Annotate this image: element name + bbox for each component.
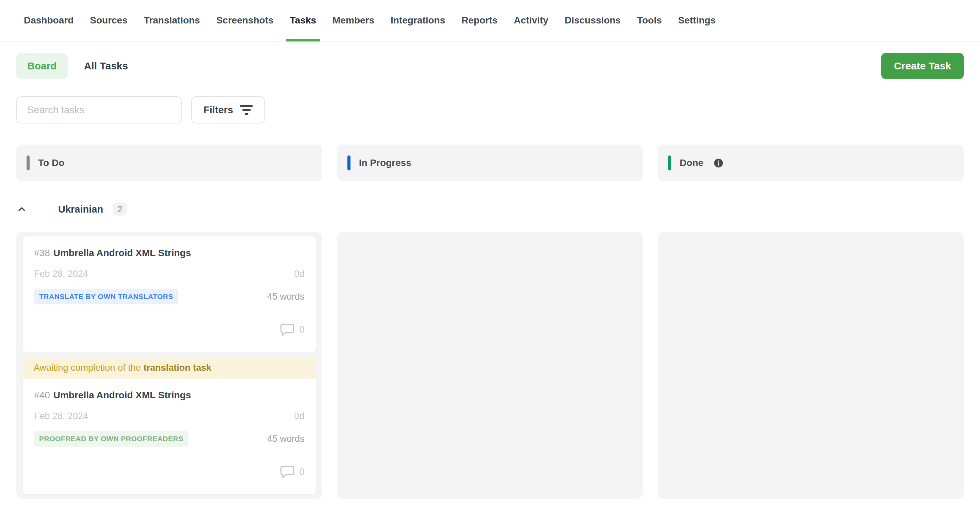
- task-id: #40: [34, 390, 50, 400]
- awaiting-completion-banner: Awaiting completion of the translation t…: [22, 357, 316, 379]
- section-divider: [16, 133, 964, 133]
- nav-item-integrations[interactable]: Integrations: [382, 0, 453, 41]
- nav-item-translations[interactable]: Translations: [136, 0, 208, 41]
- nav-item-tools[interactable]: Tools: [629, 0, 670, 41]
- column-label: In Progress: [359, 157, 411, 168]
- board-view-button[interactable]: Board: [16, 53, 68, 79]
- task-card-group: #38Umbrella Android XML Strings Feb 28, …: [22, 236, 316, 352]
- nav-item-activity[interactable]: Activity: [506, 0, 556, 41]
- search-input[interactable]: [16, 96, 182, 124]
- in-progress-status-bar-icon: [347, 156, 350, 170]
- task-word-count: 45 words: [267, 292, 305, 302]
- card-title-row: #38Umbrella Android XML Strings: [34, 246, 305, 260]
- nav-item-sources[interactable]: Sources: [82, 0, 136, 41]
- tasks-toolbar: Board All Tasks Create Task: [16, 53, 964, 79]
- card-title-row: #40Umbrella Android XML Strings: [34, 388, 305, 402]
- column-label: Done: [679, 157, 703, 168]
- card-badge-row: TRANSLATE BY OWN TRANSLATORS 45 words: [34, 289, 305, 305]
- comment-bubble-icon: [279, 465, 294, 479]
- column-header-in-progress: In Progress: [337, 144, 643, 181]
- card-meta-row: Feb 28, 2024 0d: [34, 267, 305, 281]
- nav-item-label: Tasks: [290, 15, 316, 26]
- comment-count: 0: [299, 324, 305, 335]
- task-type-badge: TRANSLATE BY OWN TRANSLATORS: [34, 289, 178, 305]
- nav-item-discussions[interactable]: Discussions: [556, 0, 629, 41]
- task-type-badge: PROOFREAD BY OWN PROOFREADERS: [34, 431, 189, 447]
- nav-item-label: Members: [332, 15, 374, 26]
- board-column-headers: To Do In Progress Done: [16, 144, 964, 181]
- column-header-done: Done: [658, 144, 964, 181]
- task-title: Umbrella Android XML Strings: [53, 248, 191, 258]
- nav-item-label: Tools: [637, 15, 662, 26]
- task-title: Umbrella Android XML Strings: [53, 390, 191, 400]
- nav-item-tasks[interactable]: Tasks: [282, 0, 324, 41]
- column-header-todo: To Do: [16, 144, 322, 181]
- todo-status-bar-icon: [27, 156, 30, 170]
- nav-item-screenshots[interactable]: Screenshots: [208, 0, 282, 41]
- nav-item-label: Discussions: [565, 15, 620, 26]
- comment-count: 0: [299, 467, 305, 477]
- filter-lines-icon: [240, 105, 253, 115]
- task-date: Feb 28, 2024: [34, 269, 88, 279]
- lane-in-progress: [337, 232, 643, 499]
- task-card-38[interactable]: #38Umbrella Android XML Strings Feb 28, …: [22, 236, 316, 352]
- info-icon[interactable]: [713, 158, 724, 168]
- nav-item-label: Dashboard: [24, 15, 73, 26]
- task-date: Feb 28, 2024: [34, 411, 88, 421]
- card-badge-row: PROOFREAD BY OWN PROOFREADERS 45 words: [34, 431, 305, 447]
- language-group-row: Ukrainian 2: [16, 200, 964, 218]
- chevron-up-icon[interactable]: [16, 204, 27, 214]
- banner-link-text[interactable]: translation task: [143, 363, 212, 373]
- task-due: 0d: [294, 269, 305, 279]
- all-tasks-link[interactable]: All Tasks: [84, 60, 128, 72]
- task-count-badge: 2: [113, 203, 126, 216]
- lane-done: [658, 232, 964, 499]
- nav-item-settings[interactable]: Settings: [670, 0, 724, 41]
- nav-item-dashboard[interactable]: Dashboard: [16, 0, 82, 41]
- nav-item-label: Sources: [90, 15, 127, 26]
- nav-item-label: Activity: [514, 15, 548, 26]
- banner-text: Awaiting completion of the: [34, 363, 141, 373]
- ukraine-flag-icon: [36, 204, 51, 214]
- project-nav: Dashboard Sources Translations Screensho…: [0, 0, 980, 41]
- card-comments-row: 0: [34, 465, 305, 479]
- board-lanes: #38Umbrella Android XML Strings Feb 28, …: [16, 232, 964, 497]
- filters-button-label: Filters: [204, 105, 233, 116]
- done-status-bar-icon: [668, 156, 671, 170]
- nav-list: Dashboard Sources Translations Screensho…: [16, 0, 724, 41]
- task-card-40[interactable]: #40Umbrella Android XML Strings Feb 28, …: [22, 379, 316, 495]
- create-task-button[interactable]: Create Task: [881, 53, 964, 79]
- search-filter-row: Filters: [16, 96, 964, 124]
- card-meta-row: Feb 28, 2024 0d: [34, 409, 305, 423]
- column-label: To Do: [38, 157, 64, 168]
- task-card-group: Awaiting completion of the translation t…: [22, 357, 316, 495]
- comment-bubble-icon: [279, 323, 294, 337]
- nav-item-label: Integrations: [391, 15, 445, 26]
- nav-item-label: Translations: [144, 15, 200, 26]
- task-id: #38: [34, 248, 50, 258]
- nav-item-members[interactable]: Members: [324, 0, 382, 41]
- task-due: 0d: [294, 411, 305, 421]
- task-word-count: 45 words: [267, 434, 305, 444]
- language-group-label: Ukrainian: [58, 204, 103, 215]
- nav-item-label: Screenshots: [216, 15, 274, 26]
- card-comments-row: 0: [34, 323, 305, 337]
- tasks-board-page: Dashboard Sources Translations Screensho…: [0, 0, 980, 516]
- nav-item-label: Settings: [678, 15, 716, 26]
- nav-item-label: Reports: [461, 15, 498, 26]
- filters-button[interactable]: Filters: [191, 96, 265, 124]
- nav-item-reports[interactable]: Reports: [453, 0, 506, 41]
- lane-todo: #38Umbrella Android XML Strings Feb 28, …: [16, 232, 322, 499]
